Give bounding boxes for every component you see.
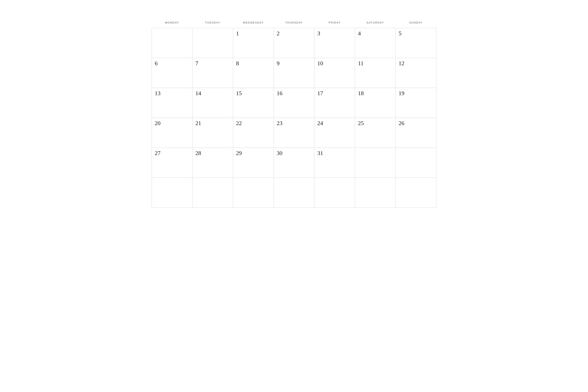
- week-row-3: 13141516171819: [152, 88, 436, 118]
- header-row: MONDAYTUESDAYWEDNESDAYTHURSDAYFRIDAYSATU…: [152, 18, 436, 28]
- day-cell-27: 27: [152, 148, 192, 178]
- day-cell-21: 21: [192, 118, 233, 148]
- week-row-2: 6789101112: [152, 58, 436, 88]
- day-number-1: 1: [236, 30, 271, 36]
- empty-cell: [355, 148, 396, 178]
- day-number-18: 18: [358, 90, 393, 96]
- day-cell-3: 3: [314, 28, 355, 58]
- day-number-27: 27: [155, 150, 189, 156]
- empty-cell: [233, 178, 274, 208]
- day-number-4: 4: [358, 30, 393, 36]
- day-cell-14: 14: [192, 88, 233, 118]
- empty-cell: [152, 28, 192, 58]
- day-number-19: 19: [399, 90, 433, 96]
- empty-cell: [192, 28, 233, 58]
- day-header-tuesday: TUESDAY: [192, 18, 233, 28]
- day-cell-5: 5: [396, 28, 436, 58]
- day-cell-6: 6: [152, 58, 192, 88]
- empty-cell: [192, 178, 233, 208]
- day-cell-17: 17: [314, 88, 355, 118]
- day-number-12: 12: [399, 60, 433, 66]
- day-cell-29: 29: [233, 148, 274, 178]
- empty-cell: [396, 148, 436, 178]
- day-header-saturday: SATURDAY: [355, 18, 396, 28]
- day-cell-8: 8: [233, 58, 274, 88]
- week-row-6: [152, 178, 436, 208]
- day-header-monday: MONDAY: [152, 18, 192, 28]
- day-cell-4: 4: [355, 28, 396, 58]
- day-number-14: 14: [195, 90, 230, 96]
- day-number-26: 26: [399, 120, 433, 126]
- day-number-2: 2: [277, 30, 311, 36]
- day-cell-30: 30: [274, 148, 314, 178]
- week-row-1: 12345: [152, 28, 436, 58]
- day-number-16: 16: [277, 90, 311, 96]
- day-cell-26: 26: [396, 118, 436, 148]
- day-number-6: 6: [155, 60, 189, 66]
- empty-cell: [355, 178, 396, 208]
- day-number-7: 7: [195, 60, 230, 66]
- day-number-29: 29: [236, 150, 271, 156]
- day-number-23: 23: [277, 120, 311, 126]
- day-cell-16: 16: [274, 88, 314, 118]
- day-number-3: 3: [317, 30, 352, 36]
- day-number-20: 20: [155, 120, 189, 126]
- day-number-5: 5: [399, 30, 433, 36]
- day-number-21: 21: [195, 120, 230, 126]
- day-cell-10: 10: [314, 58, 355, 88]
- day-number-25: 25: [358, 120, 393, 126]
- day-number-17: 17: [317, 90, 352, 96]
- day-cell-24: 24: [314, 118, 355, 148]
- day-number-30: 30: [277, 150, 311, 156]
- day-header-friday: FRIDAY: [314, 18, 355, 28]
- day-cell-25: 25: [355, 118, 396, 148]
- calendar-container: MONDAYTUESDAYWEDNESDAYTHURSDAYFRIDAYSATU…: [152, 18, 436, 208]
- day-number-9: 9: [277, 60, 311, 66]
- day-header-sunday: SUNDAY: [396, 18, 436, 28]
- empty-cell: [314, 178, 355, 208]
- day-cell-15: 15: [233, 88, 274, 118]
- day-number-10: 10: [317, 60, 352, 66]
- day-cell-20: 20: [152, 118, 192, 148]
- week-row-4: 20212223242526: [152, 118, 436, 148]
- week-row-5: 2728293031: [152, 148, 436, 178]
- day-number-28: 28: [195, 150, 230, 156]
- day-number-8: 8: [236, 60, 271, 66]
- day-cell-13: 13: [152, 88, 192, 118]
- day-number-13: 13: [155, 90, 189, 96]
- day-cell-18: 18: [355, 88, 396, 118]
- day-cell-23: 23: [274, 118, 314, 148]
- empty-cell: [274, 178, 314, 208]
- day-cell-9: 9: [274, 58, 314, 88]
- day-cell-7: 7: [192, 58, 233, 88]
- day-cell-11: 11: [355, 58, 396, 88]
- day-header-thursday: THURSDAY: [274, 18, 314, 28]
- day-cell-22: 22: [233, 118, 274, 148]
- day-cell-19: 19: [396, 88, 436, 118]
- day-number-24: 24: [317, 120, 352, 126]
- day-cell-12: 12: [396, 58, 436, 88]
- empty-cell: [152, 178, 192, 208]
- day-cell-28: 28: [192, 148, 233, 178]
- day-header-wednesday: WEDNESDAY: [233, 18, 274, 28]
- day-number-31: 31: [317, 150, 352, 156]
- calendar-grid: MONDAYTUESDAYWEDNESDAYTHURSDAYFRIDAYSATU…: [152, 18, 436, 208]
- empty-cell: [396, 178, 436, 208]
- day-number-15: 15: [236, 90, 271, 96]
- day-number-22: 22: [236, 120, 271, 126]
- day-cell-2: 2: [274, 28, 314, 58]
- day-number-11: 11: [358, 60, 393, 66]
- day-cell-1: 1: [233, 28, 274, 58]
- day-cell-31: 31: [314, 148, 355, 178]
